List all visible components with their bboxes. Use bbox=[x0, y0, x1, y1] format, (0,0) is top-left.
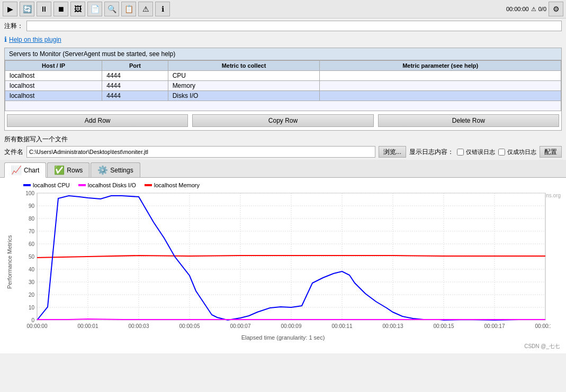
chart-legend: localhost CPU localhost Disks I/O localh… bbox=[2, 180, 564, 190]
toolbar-btn-5[interactable]: 🖼 bbox=[70, 2, 85, 16]
servers-panel: Servers to Monitor (ServerAgent must be … bbox=[4, 48, 562, 131]
add-row-button[interactable]: Add Row bbox=[7, 114, 188, 127]
file-row: 文件名 浏览... 显示日志内容： 仅错误日志 仅成功日志 配置 bbox=[4, 146, 562, 158]
success-log-group: 仅成功日志 bbox=[498, 148, 536, 156]
svg-text:30: 30 bbox=[29, 279, 35, 285]
config-button[interactable]: 配置 bbox=[540, 146, 562, 158]
legend-disks: localhost Disks I/O bbox=[78, 182, 136, 188]
tabs: 📈 Chart ✅ Rows ⚙️ Settings bbox=[0, 160, 566, 178]
toolbar-btn-6[interactable]: 📄 bbox=[87, 2, 102, 16]
svg-text:50: 50 bbox=[29, 254, 35, 260]
svg-text:60: 60 bbox=[29, 241, 35, 247]
cell-host: localhost bbox=[5, 71, 102, 81]
rows-tab-label: Rows bbox=[67, 167, 83, 174]
svg-text:20: 20 bbox=[29, 292, 35, 298]
col-param: Metric parameter (see help) bbox=[320, 61, 561, 71]
disks-label: localhost Disks I/O bbox=[88, 182, 136, 188]
svg-text:00:00:00: 00:00:00 bbox=[27, 323, 48, 329]
svg-text:00:00:17: 00:00:17 bbox=[484, 323, 505, 329]
svg-text:80: 80 bbox=[29, 216, 35, 222]
cpu-color bbox=[23, 184, 31, 186]
settings-tab-icon: ⚙️ bbox=[97, 165, 108, 175]
panel-title: Servers to Monitor (ServerAgent must be … bbox=[5, 48, 561, 60]
chart-svg: 100 90 80 70 60 50 40 30 20 10 0 00:00:0… bbox=[16, 190, 551, 333]
cell-metric: Disks I/O bbox=[168, 91, 320, 101]
success-log-checkbox[interactable] bbox=[498, 149, 505, 156]
copy-row-button[interactable]: Copy Row bbox=[192, 114, 373, 127]
settings-btn[interactable]: ⚙ bbox=[549, 2, 563, 16]
table-row-empty bbox=[5, 101, 561, 111]
svg-text:00:00:01: 00:00:01 bbox=[78, 323, 98, 329]
toolbar-btn-8[interactable]: 📋 bbox=[121, 2, 136, 16]
data-section: 所有数据写入一个文件 文件名 浏览... 显示日志内容： 仅错误日志 仅成功日志… bbox=[0, 133, 566, 160]
svg-text:00:00:15: 00:00:15 bbox=[434, 323, 454, 329]
browse-button[interactable]: 浏览... bbox=[379, 146, 406, 158]
col-host: Host / IP bbox=[5, 61, 102, 71]
legend-cpu: localhost CPU bbox=[23, 182, 70, 188]
svg-text:00:00:09: 00:00:09 bbox=[281, 323, 302, 329]
success-log-label: 仅成功日志 bbox=[507, 148, 536, 156]
disks-line bbox=[37, 319, 545, 320]
delete-row-button[interactable]: Delete Row bbox=[378, 114, 559, 127]
rows-tab-icon: ✅ bbox=[54, 165, 65, 175]
y-axis-label: Performance Metrics bbox=[6, 190, 16, 333]
svg-text:00:00:13: 00:00:13 bbox=[383, 323, 403, 329]
toolbar-btn-1[interactable]: ▶ bbox=[3, 2, 17, 16]
svg-text:90: 90 bbox=[29, 203, 35, 209]
data-title: 所有数据写入一个文件 bbox=[4, 135, 562, 144]
svg-text:00:00:11: 00:00:11 bbox=[332, 323, 353, 329]
cell-port: 4444 bbox=[102, 71, 168, 81]
disks-color bbox=[78, 184, 86, 186]
status-time: 00:00:00 bbox=[506, 6, 529, 12]
tab-rows[interactable]: ✅ Rows bbox=[47, 162, 89, 177]
error-log-checkbox[interactable] bbox=[457, 149, 464, 156]
table-row[interactable]: localhost 4444 Disks I/O bbox=[5, 91, 561, 101]
error-log-group: 仅错误日志 bbox=[457, 148, 495, 156]
svg-text:00:00:05: 00:00:05 bbox=[179, 323, 200, 329]
chart-svg-wrapper: Performance Metrics bbox=[6, 190, 560, 333]
legend-memory: localhost Memory bbox=[145, 182, 200, 188]
toolbar-btn-4[interactable]: ⏹ bbox=[53, 2, 68, 16]
table-row[interactable]: localhost 4444 Memory bbox=[5, 81, 561, 91]
toolbar-btn-2[interactable]: 🔄 bbox=[20, 2, 34, 16]
svg-text:70: 70 bbox=[29, 229, 35, 234]
csdn-watermark: CSDN @_七七 bbox=[2, 342, 564, 351]
help-link[interactable]: Help on this plugin bbox=[9, 36, 61, 43]
warning-count: 0/0 bbox=[538, 6, 546, 12]
svg-text:00:00:03: 00:00:03 bbox=[129, 323, 149, 329]
tab-settings[interactable]: ⚙️ Settings bbox=[91, 162, 140, 177]
memory-color bbox=[145, 184, 152, 186]
file-input[interactable] bbox=[26, 146, 375, 158]
toolbar-btn-10[interactable]: ℹ bbox=[155, 2, 170, 16]
note-label: 注释： bbox=[4, 22, 23, 31]
chart-area: jmeter-plugins.org localhost CPU localho… bbox=[0, 178, 566, 353]
chart-tab-icon: 📈 bbox=[11, 165, 22, 175]
cell-param bbox=[320, 81, 561, 91]
svg-text:40: 40 bbox=[29, 267, 35, 272]
cell-param bbox=[320, 91, 561, 101]
warning-icon: ⚠ bbox=[531, 6, 536, 13]
chart-container: Performance Metrics bbox=[6, 190, 560, 342]
tab-chart[interactable]: 📈 Chart bbox=[4, 162, 46, 178]
servers-table: Host / IP Port Metric to collect Metric … bbox=[5, 60, 561, 111]
svg-text:10: 10 bbox=[29, 305, 35, 311]
info-icon: ℹ bbox=[4, 35, 7, 43]
memory-label: localhost Memory bbox=[154, 182, 200, 188]
col-metric: Metric to collect bbox=[168, 61, 320, 71]
table-row[interactable]: localhost 4444 CPU bbox=[5, 71, 561, 81]
toolbar-right: 00:00:00 ⚠ 0/0 ⚙ bbox=[506, 2, 563, 16]
button-row: Add Row Copy Row Delete Row bbox=[5, 111, 561, 130]
cell-metric: CPU bbox=[168, 71, 320, 81]
note-input[interactable] bbox=[26, 21, 562, 31]
toolbar-btn-9[interactable]: ⚠ bbox=[138, 2, 153, 16]
toolbar-btn-7[interactable]: 🔍 bbox=[104, 2, 119, 16]
settings-tab-label: Settings bbox=[110, 167, 133, 174]
cell-port: 4444 bbox=[102, 81, 168, 91]
note-row: 注释： bbox=[0, 19, 566, 33]
help-section: ℹ Help on this plugin bbox=[0, 33, 566, 45]
file-label: 文件名 bbox=[4, 148, 23, 157]
toolbar-btn-3[interactable]: ⏸ bbox=[37, 2, 51, 16]
svg-text:100: 100 bbox=[25, 190, 34, 196]
cell-metric: Memory bbox=[168, 81, 320, 91]
cell-host: localhost bbox=[5, 91, 102, 101]
